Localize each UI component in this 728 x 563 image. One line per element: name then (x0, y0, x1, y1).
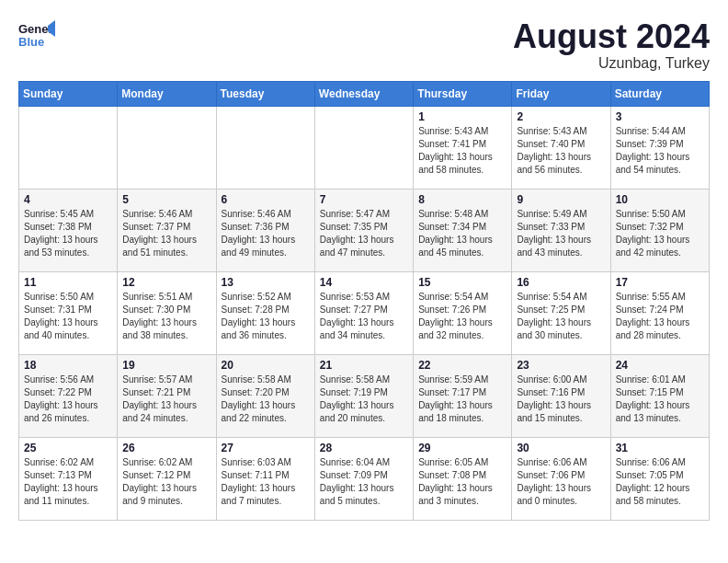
day-cell-27: 27Sunrise: 6:03 AMSunset: 7:11 PMDayligh… (216, 437, 314, 520)
day-cell-17: 17Sunrise: 5:55 AMSunset: 7:24 PMDayligh… (610, 271, 709, 354)
day-cell-15: 15Sunrise: 5:54 AMSunset: 7:26 PMDayligh… (414, 271, 512, 354)
logo: General Blue (18, 18, 55, 51)
day-cell-29: 29Sunrise: 6:05 AMSunset: 7:08 PMDayligh… (414, 437, 512, 520)
day-info-8: Sunrise: 5:48 AMSunset: 7:34 PMDaylight:… (418, 208, 506, 259)
week-row-1: 1Sunrise: 5:43 AMSunset: 7:41 PMDaylight… (19, 106, 710, 189)
day-number-5: 5 (122, 193, 210, 206)
day-cell-7: 7Sunrise: 5:47 AMSunset: 7:35 PMDaylight… (314, 189, 413, 271)
day-number-28: 28 (320, 442, 408, 454)
calendar-table: SundayMondayTuesdayWednesdayThursdayFrid… (18, 81, 710, 521)
day-info-12: Sunrise: 5:51 AMSunset: 7:30 PMDaylight:… (122, 291, 210, 342)
week-row-2: 4Sunrise: 5:45 AMSunset: 7:38 PMDaylight… (19, 189, 710, 271)
day-info-10: Sunrise: 5:50 AMSunset: 7:32 PMDaylight:… (616, 208, 704, 259)
day-cell-8: 8Sunrise: 5:48 AMSunset: 7:34 PMDaylight… (414, 189, 512, 271)
day-info-19: Sunrise: 5:57 AMSunset: 7:21 PMDaylight:… (122, 373, 210, 425)
weekday-header-monday: Monday (118, 81, 216, 106)
day-info-29: Sunrise: 6:05 AMSunset: 7:08 PMDaylight:… (418, 456, 506, 508)
day-number-27: 27 (222, 442, 310, 454)
empty-cell (19, 106, 118, 189)
day-number-16: 16 (517, 276, 605, 289)
day-number-6: 6 (222, 193, 310, 206)
day-cell-12: 12Sunrise: 5:51 AMSunset: 7:30 PMDayligh… (118, 271, 216, 354)
day-cell-20: 20Sunrise: 5:58 AMSunset: 7:20 PMDayligh… (216, 354, 314, 437)
day-cell-13: 13Sunrise: 5:52 AMSunset: 7:28 PMDayligh… (216, 271, 314, 354)
day-info-25: Sunrise: 6:02 AMSunset: 7:13 PMDaylight:… (24, 456, 112, 508)
day-cell-2: 2Sunrise: 5:43 AMSunset: 7:40 PMDaylight… (512, 106, 610, 189)
day-info-11: Sunrise: 5:50 AMSunset: 7:31 PMDaylight:… (24, 291, 112, 342)
weekday-header-friday: Friday (512, 81, 610, 106)
week-row-4: 18Sunrise: 5:56 AMSunset: 7:22 PMDayligh… (19, 354, 710, 437)
day-cell-24: 24Sunrise: 6:01 AMSunset: 7:15 PMDayligh… (610, 354, 709, 437)
weekday-header-saturday: Saturday (610, 81, 709, 106)
day-number-21: 21 (320, 359, 408, 372)
day-number-17: 17 (616, 276, 704, 289)
day-number-14: 14 (320, 276, 408, 289)
day-cell-10: 10Sunrise: 5:50 AMSunset: 7:32 PMDayligh… (610, 189, 709, 271)
day-info-16: Sunrise: 5:54 AMSunset: 7:25 PMDaylight:… (517, 291, 605, 342)
day-info-17: Sunrise: 5:55 AMSunset: 7:24 PMDaylight:… (616, 291, 704, 342)
day-cell-5: 5Sunrise: 5:46 AMSunset: 7:37 PMDaylight… (118, 189, 216, 271)
day-number-15: 15 (418, 276, 506, 289)
day-number-1: 1 (418, 110, 506, 123)
day-info-7: Sunrise: 5:47 AMSunset: 7:35 PMDaylight:… (320, 208, 408, 259)
day-number-9: 9 (517, 193, 605, 206)
day-number-3: 3 (616, 110, 704, 123)
day-info-22: Sunrise: 5:59 AMSunset: 7:17 PMDaylight:… (418, 373, 506, 425)
day-info-9: Sunrise: 5:49 AMSunset: 7:33 PMDaylight:… (517, 208, 605, 259)
empty-cell (314, 106, 413, 189)
day-cell-26: 26Sunrise: 6:02 AMSunset: 7:12 PMDayligh… (118, 437, 216, 520)
day-info-6: Sunrise: 5:46 AMSunset: 7:36 PMDaylight:… (222, 208, 310, 259)
empty-cell (118, 106, 216, 189)
day-info-3: Sunrise: 5:44 AMSunset: 7:39 PMDaylight:… (616, 125, 704, 177)
day-cell-9: 9Sunrise: 5:49 AMSunset: 7:33 PMDaylight… (512, 189, 610, 271)
day-info-21: Sunrise: 5:58 AMSunset: 7:19 PMDaylight:… (320, 373, 408, 425)
day-number-13: 13 (222, 276, 310, 289)
weekday-header-sunday: Sunday (19, 81, 118, 106)
day-info-14: Sunrise: 5:53 AMSunset: 7:27 PMDaylight:… (320, 291, 408, 342)
weekday-header-row: SundayMondayTuesdayWednesdayThursdayFrid… (19, 81, 710, 106)
day-cell-23: 23Sunrise: 6:00 AMSunset: 7:16 PMDayligh… (512, 354, 610, 437)
day-info-1: Sunrise: 5:43 AMSunset: 7:41 PMDaylight:… (418, 125, 506, 177)
day-number-25: 25 (24, 442, 112, 454)
day-cell-16: 16Sunrise: 5:54 AMSunset: 7:25 PMDayligh… (512, 271, 610, 354)
day-cell-4: 4Sunrise: 5:45 AMSunset: 7:38 PMDaylight… (19, 189, 118, 271)
location-subtitle: Uzunbag, Turkey (513, 55, 710, 72)
day-cell-22: 22Sunrise: 5:59 AMSunset: 7:17 PMDayligh… (414, 354, 512, 437)
day-info-27: Sunrise: 6:03 AMSunset: 7:11 PMDaylight:… (222, 456, 310, 508)
day-cell-1: 1Sunrise: 5:43 AMSunset: 7:41 PMDaylight… (414, 106, 512, 189)
day-info-24: Sunrise: 6:01 AMSunset: 7:15 PMDaylight:… (616, 373, 704, 425)
day-number-19: 19 (122, 359, 210, 372)
day-info-30: Sunrise: 6:06 AMSunset: 7:06 PMDaylight:… (517, 456, 605, 508)
empty-cell (216, 106, 314, 189)
day-info-18: Sunrise: 5:56 AMSunset: 7:22 PMDaylight:… (24, 373, 112, 425)
page-header: General Blue August 2024 Uzunbag, Turkey (18, 18, 710, 72)
day-cell-31: 31Sunrise: 6:06 AMSunset: 7:05 PMDayligh… (610, 437, 709, 520)
weekday-header-tuesday: Tuesday (216, 81, 314, 106)
day-info-2: Sunrise: 5:43 AMSunset: 7:40 PMDaylight:… (517, 125, 605, 177)
week-row-3: 11Sunrise: 5:50 AMSunset: 7:31 PMDayligh… (19, 271, 710, 354)
day-number-12: 12 (122, 276, 210, 289)
day-number-11: 11 (24, 276, 112, 289)
day-number-31: 31 (616, 442, 704, 454)
day-number-10: 10 (616, 193, 704, 206)
day-info-13: Sunrise: 5:52 AMSunset: 7:28 PMDaylight:… (222, 291, 310, 342)
day-cell-19: 19Sunrise: 5:57 AMSunset: 7:21 PMDayligh… (118, 354, 216, 437)
day-cell-6: 6Sunrise: 5:46 AMSunset: 7:36 PMDaylight… (216, 189, 314, 271)
day-info-4: Sunrise: 5:45 AMSunset: 7:38 PMDaylight:… (24, 208, 112, 259)
day-number-2: 2 (517, 110, 605, 123)
day-number-4: 4 (24, 193, 112, 206)
day-info-15: Sunrise: 5:54 AMSunset: 7:26 PMDaylight:… (418, 291, 506, 342)
day-number-23: 23 (517, 359, 605, 372)
day-number-8: 8 (418, 193, 506, 206)
month-year-title: August 2024 (513, 18, 710, 55)
day-info-31: Sunrise: 6:06 AMSunset: 7:05 PMDaylight:… (616, 456, 704, 508)
week-row-5: 25Sunrise: 6:02 AMSunset: 7:13 PMDayligh… (19, 437, 710, 520)
day-cell-30: 30Sunrise: 6:06 AMSunset: 7:06 PMDayligh… (512, 437, 610, 520)
day-cell-25: 25Sunrise: 6:02 AMSunset: 7:13 PMDayligh… (19, 437, 118, 520)
day-number-7: 7 (320, 193, 408, 206)
day-number-18: 18 (24, 359, 112, 372)
day-cell-28: 28Sunrise: 6:04 AMSunset: 7:09 PMDayligh… (314, 437, 413, 520)
day-number-30: 30 (517, 442, 605, 454)
day-cell-18: 18Sunrise: 5:56 AMSunset: 7:22 PMDayligh… (19, 354, 118, 437)
day-number-24: 24 (616, 359, 704, 372)
